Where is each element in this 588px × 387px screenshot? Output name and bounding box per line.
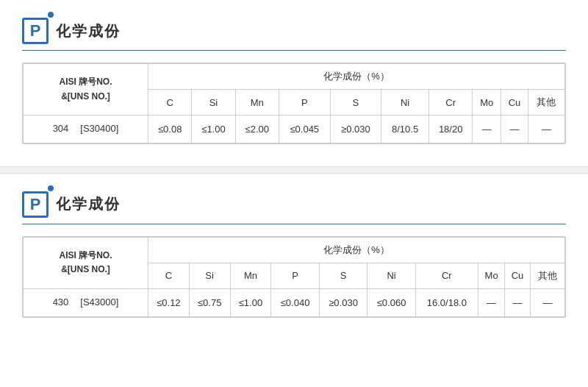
- cell-0-1: ≤0.75: [189, 288, 230, 316]
- col-header-Cr: Cr: [415, 263, 478, 288]
- header-main: 化学成份（%）: [148, 64, 565, 90]
- section-header-container-2: P化学成份: [22, 188, 566, 224]
- col-header-P: P: [279, 90, 330, 116]
- col-header-其他: 其他: [528, 90, 564, 116]
- table-wrapper-2: AISI 牌号NO.&[UNS NO.]化学成份（%）CSiMnPSNiCrMo…: [22, 236, 566, 318]
- col-header-其他: 其他: [530, 263, 564, 288]
- data-table-1: AISI 牌号NO.&[UNS NO.]化学成份（%）CSiMnPSNiCrMo…: [23, 63, 565, 143]
- cell-0-4: ≥0.030: [319, 288, 368, 316]
- col-header-Cu: Cu: [501, 90, 528, 116]
- p-icon: P: [22, 191, 49, 218]
- uns-number: [S43000]: [80, 297, 118, 308]
- table-wrapper-1: AISI 牌号NO.&[UNS NO.]化学成份（%）CSiMnPSNiCrMo…: [22, 63, 566, 144]
- section-header-1: P化学成份: [22, 18, 566, 51]
- table-row-0: 430[S43000]≤0.12≤0.75≤1.00≤0.040≥0.030≤0…: [24, 288, 565, 316]
- cell-0-6: 18/20: [429, 116, 472, 143]
- aisi-number: 304: [53, 123, 69, 134]
- section-divider: [0, 166, 588, 174]
- section-title: 化学成份: [56, 21, 121, 41]
- col-header-S: S: [319, 263, 368, 288]
- col-header-Mo: Mo: [478, 263, 504, 288]
- aisi-uns-cell: 304[S30400]: [24, 116, 148, 143]
- cell-0-0: ≤0.12: [148, 288, 190, 316]
- cell-0-0: ≤0.08: [148, 116, 192, 143]
- cell-0-3: ≤0.040: [271, 288, 320, 316]
- section-title: 化学成份: [56, 194, 121, 214]
- header-dot: [48, 12, 54, 18]
- col-header-Mn: Mn: [230, 263, 271, 288]
- cell-0-5: ≤0.060: [368, 288, 416, 316]
- cell-0-5: 8/10.5: [381, 116, 429, 143]
- p-icon: P: [22, 18, 49, 44]
- col-header-P: P: [271, 263, 320, 288]
- cell-0-8: —: [505, 288, 530, 316]
- cell-0-4: ≥0.030: [330, 116, 381, 143]
- section-header-2: P化学成份: [22, 191, 566, 224]
- cell-0-2: ≤1.00: [230, 288, 271, 316]
- header-left: AISI 牌号NO.&[UNS NO.]: [24, 64, 148, 116]
- table-row-0: 304[S30400]≤0.08≤1.00≤2.00≤0.045≥0.0308/…: [24, 116, 565, 143]
- section-header-container-1: P化学成份: [22, 15, 566, 51]
- uns-number: [S30400]: [80, 123, 118, 134]
- col-header-S: S: [330, 90, 381, 116]
- col-header-Cu: Cu: [505, 263, 530, 288]
- header-left: AISI 牌号NO.&[UNS NO.]: [24, 237, 148, 288]
- col-header-Ni: Ni: [381, 90, 429, 116]
- col-header-Si: Si: [192, 90, 235, 116]
- col-header-Mo: Mo: [473, 90, 501, 116]
- cell-0-9: —: [530, 288, 564, 316]
- col-header-Cr: Cr: [429, 90, 472, 116]
- col-header-C: C: [148, 90, 192, 116]
- col-header-Mn: Mn: [235, 90, 279, 116]
- cell-0-2: ≤2.00: [235, 116, 279, 143]
- col-header-Si: Si: [189, 263, 230, 288]
- cell-0-3: ≤0.045: [279, 116, 330, 143]
- header-main: 化学成份（%）: [148, 237, 565, 263]
- col-header-C: C: [148, 263, 190, 288]
- cell-0-7: —: [478, 288, 504, 316]
- header-dot: [48, 185, 54, 191]
- data-table-2: AISI 牌号NO.&[UNS NO.]化学成份（%）CSiMnPSNiCrMo…: [23, 237, 565, 317]
- cell-0-1: ≤1.00: [192, 116, 235, 143]
- aisi-uns-cell: 430[S43000]: [24, 288, 148, 316]
- aisi-number: 430: [53, 297, 69, 308]
- col-header-Ni: Ni: [368, 263, 416, 288]
- cell-0-9: —: [528, 116, 564, 143]
- cell-0-8: —: [501, 116, 528, 143]
- cell-0-7: —: [473, 116, 501, 143]
- section-1: P化学成份AISI 牌号NO.&[UNS NO.]化学成份（%）CSiMnPSN…: [0, 0, 588, 166]
- section-2: P化学成份AISI 牌号NO.&[UNS NO.]化学成份（%）CSiMnPSN…: [0, 174, 588, 340]
- cell-0-6: 16.0/18.0: [415, 288, 478, 316]
